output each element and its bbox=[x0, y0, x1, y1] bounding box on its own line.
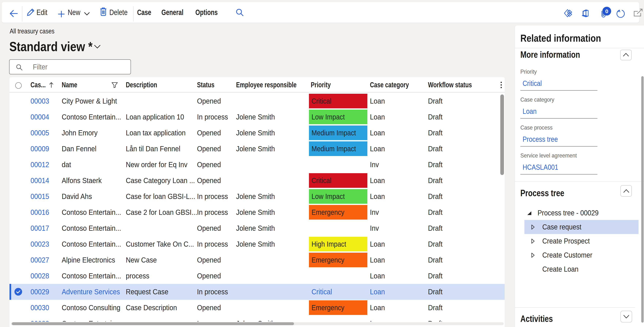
svg-text:0: 0 bbox=[605, 8, 608, 14]
